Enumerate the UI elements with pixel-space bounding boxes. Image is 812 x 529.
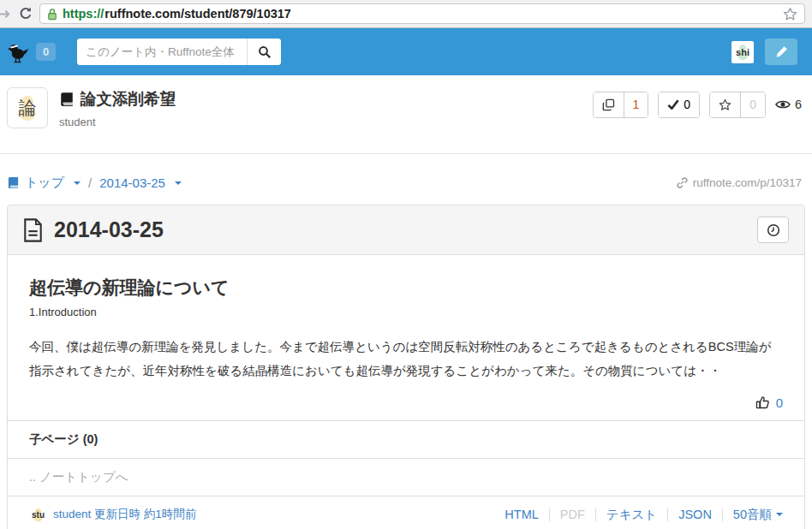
view-count: 6 bbox=[795, 98, 802, 111]
file-icon bbox=[23, 218, 43, 242]
updated-text: student 更新日時 約1時間前 bbox=[53, 507, 196, 522]
notification-badge[interactable]: 0 bbox=[36, 43, 56, 61]
breadcrumb: トップ / 2014-03-25 ruffnote.com/p/10317 bbox=[0, 154, 812, 191]
fork-button[interactable] bbox=[594, 92, 624, 117]
bookmark-star-icon[interactable] bbox=[783, 7, 797, 21]
page-card-header: 2014-03-25 bbox=[8, 205, 804, 255]
divider bbox=[549, 508, 550, 521]
note-header: 論 論文添削希望 student 1 0 bbox=[0, 75, 812, 154]
note-top-link[interactable]: .. ノートトップへ bbox=[29, 469, 783, 485]
page-title: 2014-03-25 bbox=[54, 217, 164, 242]
lock-icon bbox=[47, 8, 57, 21]
fork-button-group: 1 bbox=[593, 92, 649, 118]
star-button-group: 0 bbox=[709, 92, 766, 118]
sort-order-dropdown[interactable]: 50音順 bbox=[733, 507, 783, 523]
content-subtitle: 1.Introduction bbox=[29, 306, 783, 318]
note-owner: student bbox=[59, 116, 176, 128]
content-paragraph: 今回、僕は超伝導の新理論を発見しました。今まで超伝導というのは空間反転対称性のあ… bbox=[29, 335, 783, 383]
permalink[interactable]: ruffnote.com/p/10317 bbox=[676, 176, 802, 189]
permalink-text: ruffnote.com/p/10317 bbox=[693, 176, 802, 189]
url-text: ruffnote.com/student/879/10317 bbox=[104, 7, 291, 21]
fork-count[interactable]: 1 bbox=[624, 92, 648, 117]
export-links: HTML PDF テキスト JSON 50音順 bbox=[505, 507, 783, 523]
sort-order-label: 50音順 bbox=[733, 507, 772, 523]
caret-down-icon bbox=[776, 513, 783, 516]
link-html[interactable]: HTML bbox=[505, 508, 538, 521]
forward-icon[interactable] bbox=[0, 8, 12, 21]
star-count[interactable]: 0 bbox=[740, 92, 765, 117]
link-icon bbox=[676, 176, 689, 189]
link-text[interactable]: テキスト bbox=[606, 507, 657, 523]
content-title: 超伝導の新理論について bbox=[29, 276, 783, 300]
link-json[interactable]: JSON bbox=[678, 508, 712, 521]
search-icon bbox=[258, 45, 272, 59]
view-counter: 6 bbox=[775, 98, 802, 111]
like-count: 0 bbox=[776, 395, 783, 410]
user-avatar-label: shi bbox=[736, 47, 749, 57]
navbar: 0 shi bbox=[0, 28, 812, 75]
caret-down-icon bbox=[175, 181, 182, 185]
divider bbox=[722, 508, 723, 521]
book-icon bbox=[7, 176, 20, 189]
link-pdf: PDF bbox=[560, 508, 585, 521]
star-icon bbox=[719, 98, 731, 111]
breadcrumb-page-label: 2014-03-25 bbox=[99, 175, 165, 190]
page-card-footer: stu student 更新日時 約1時間前 HTML PDF テキスト JSO… bbox=[8, 496, 804, 529]
page-content: 超伝導の新理論について 1.Introduction 今回、僕は超伝導の新理論を… bbox=[8, 255, 804, 420]
url-scheme: https:// bbox=[63, 7, 104, 21]
bird-logo[interactable] bbox=[7, 41, 29, 63]
note-title: 論文添削希望 bbox=[81, 88, 176, 110]
check-count: 0 bbox=[684, 98, 690, 111]
footer-avatar: stu bbox=[29, 506, 47, 524]
caret-down-icon bbox=[74, 181, 81, 185]
children-heading: 子ページ (0) bbox=[29, 432, 98, 446]
check-icon bbox=[667, 99, 679, 110]
new-page-button[interactable] bbox=[765, 39, 797, 65]
like-row: 0 bbox=[29, 383, 783, 420]
search-button[interactable] bbox=[247, 39, 281, 65]
footer-avatar-label: stu bbox=[32, 510, 45, 520]
user-avatar[interactable]: shi bbox=[731, 41, 754, 63]
star-button[interactable] bbox=[710, 92, 740, 117]
page-card: 2014-03-25 超伝導の新理論について 1.Introduction 今回… bbox=[7, 205, 805, 529]
note-avatar[interactable]: 論 bbox=[7, 87, 48, 128]
divider bbox=[595, 508, 596, 521]
reload-icon[interactable] bbox=[19, 7, 33, 21]
history-button[interactable] bbox=[757, 217, 789, 243]
note-avatar-char: 論 bbox=[19, 96, 37, 120]
divider bbox=[667, 508, 668, 521]
check-button-group: 0 bbox=[658, 92, 700, 118]
book-icon bbox=[59, 92, 75, 107]
breadcrumb-top-label: トップ bbox=[25, 175, 64, 191]
pencil-icon bbox=[775, 45, 788, 58]
clone-icon bbox=[602, 98, 615, 111]
search-input[interactable] bbox=[77, 39, 247, 65]
url-bar[interactable]: https://ruffnote.com/student/879/10317 bbox=[39, 3, 805, 24]
footer-user-link[interactable]: stu student 更新日時 約1時間前 bbox=[29, 506, 196, 524]
eye-icon bbox=[775, 99, 791, 110]
check-button[interactable]: 0 bbox=[659, 92, 699, 117]
browser-chrome: https://ruffnote.com/student/879/10317 bbox=[0, 0, 812, 28]
clock-icon bbox=[767, 223, 780, 237]
children-section: 子ページ (0) bbox=[8, 420, 804, 458]
breadcrumb-top-link[interactable]: トップ bbox=[7, 175, 81, 191]
note-top-section: .. ノートトップへ bbox=[8, 458, 804, 496]
breadcrumb-separator: / bbox=[88, 175, 92, 190]
search-form bbox=[77, 39, 281, 65]
thumbs-up-icon[interactable] bbox=[755, 395, 770, 410]
breadcrumb-page-link[interactable]: 2014-03-25 bbox=[99, 175, 182, 190]
